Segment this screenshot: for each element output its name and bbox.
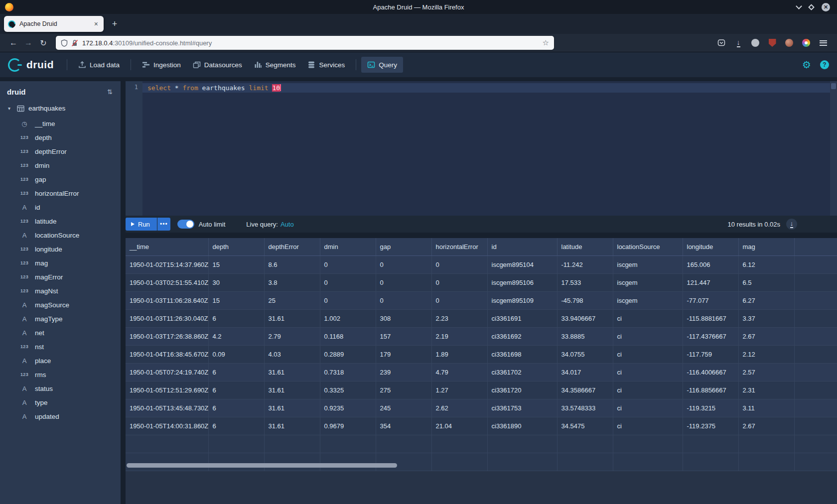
menu-icon[interactable] [818, 38, 828, 48]
ingestion-icon [142, 61, 150, 69]
nav-datasources[interactable]: Datasources [187, 57, 248, 73]
sidebar-column-magType[interactable]: AmagType [0, 312, 121, 326]
forward-button[interactable]: → [21, 36, 36, 50]
back-button[interactable]: ← [6, 36, 21, 50]
sidebar-column-magError[interactable]: 123magError [0, 270, 121, 284]
table-row[interactable]: 1950-01-03T17:26:38.860Z4.22.790.1168157… [126, 327, 837, 345]
downloads-icon[interactable]: ↓ [733, 38, 743, 48]
table-row[interactable]: 1950-01-03T02:51:55.410Z303.8000iscgem89… [126, 273, 837, 291]
number-type-icon: 123 [19, 288, 30, 293]
run-more-button[interactable]: ••• [157, 218, 170, 231]
sidebar-column-mag[interactable]: 123mag [0, 256, 121, 270]
nav-services[interactable]: Services [301, 57, 351, 73]
table-row[interactable]: 1950-01-02T15:14:37.960Z158.6000iscgem89… [126, 255, 837, 273]
column-header-longitude[interactable]: longitude [683, 238, 738, 255]
sidebar-column-gap[interactable]: 123gap [0, 172, 121, 186]
insecure-lock-icon[interactable] [71, 39, 78, 47]
window-close-icon[interactable]: ✕ [822, 3, 830, 11]
tab-apache-druid[interactable]: Apache Druid × [4, 16, 104, 32]
column-header-gap[interactable]: gap [376, 238, 431, 255]
window-maximize-icon[interactable] [808, 4, 815, 10]
table-cell: 0 [320, 291, 376, 309]
sidebar-column-depthError[interactable]: 123depthError [0, 144, 121, 158]
nav-ingestion[interactable]: Ingestion [136, 57, 187, 73]
datasource-earthquakes[interactable]: ▾ earthquakes [0, 102, 121, 115]
nav-load-data[interactable]: Load data [72, 57, 126, 73]
column-header-horizontalError[interactable]: horizontalError [431, 238, 487, 255]
table-cell: 275 [376, 381, 431, 399]
new-tab-button[interactable]: + [108, 17, 122, 31]
sql-editor[interactable]: 1 select * from earthquakes limit 10 [126, 81, 837, 216]
druid-brand[interactable]: druid [26, 59, 54, 71]
pinwheel-extension-icon[interactable] [801, 38, 811, 48]
sidebar-column-dmin[interactable]: 123dmin [0, 158, 121, 172]
nav-segments[interactable]: Segments [248, 57, 302, 73]
table-row[interactable]: 1950-01-05T07:24:19.740Z631.610.73182394… [126, 363, 837, 381]
editor-scrollbar[interactable] [830, 81, 837, 216]
table-cell: 2.19 [431, 327, 487, 345]
sidebar-column-depth[interactable]: 123depth [0, 130, 121, 144]
sidebar-column-rms[interactable]: 123rms [0, 368, 121, 381]
ublock-icon[interactable] [767, 38, 777, 48]
sidebar-column-nst[interactable]: 123nst [0, 340, 121, 354]
sidebar-column-magSource[interactable]: AmagSource [0, 298, 121, 312]
sidebar-column-status[interactable]: Astatus [0, 381, 121, 395]
nav-query[interactable]: Query [361, 57, 403, 73]
editor-scrollbar-thumb[interactable] [831, 83, 836, 89]
live-query-value[interactable]: Auto [280, 221, 294, 228]
url-text[interactable]: 172.18.0.4:30109/unified-console.html#qu… [82, 39, 539, 47]
sidebar-column-__time[interactable]: ◷__time [0, 117, 121, 130]
table-row[interactable]: 1950-01-04T16:38:45.670Z0.094.030.288917… [126, 345, 837, 363]
download-results-button[interactable]: ↓ [786, 219, 797, 230]
column-header-depthError[interactable]: depthError [264, 238, 320, 255]
schema-sidebar: druid ⇅ ▾ earthquakes ◷__time123depth123… [0, 81, 121, 504]
druid-logo-icon[interactable] [8, 58, 21, 72]
table-cell: 0 [431, 291, 487, 309]
table-row[interactable]: 1950-01-05T12:51:29.690Z631.610.33252751… [126, 381, 837, 399]
sidebar-column-id[interactable]: Aid [0, 200, 121, 214]
bookmark-star-icon[interactable]: ☆ [543, 38, 549, 47]
sidebar-column-type[interactable]: Atype [0, 395, 121, 409]
sidebar-column-magNst[interactable]: 123magNst [0, 284, 121, 298]
column-header-dmin[interactable]: dmin [320, 238, 376, 255]
sidebar-column-horizontalError[interactable]: 123horizontalError [0, 186, 121, 200]
table-cell: 33.5748333 [557, 399, 613, 417]
table-cell: iscgem895109 [487, 291, 557, 309]
schema-name[interactable]: druid [7, 88, 26, 96]
column-header-locationSource[interactable]: locationSource [613, 238, 683, 255]
pocket-icon[interactable] [716, 38, 726, 48]
column-header-depth[interactable]: depth [208, 238, 264, 255]
sql-code-line[interactable]: select * from earthquakes limit 10 [147, 83, 281, 93]
sidebar-column-latitude[interactable]: 123latitude [0, 214, 121, 228]
column-header-mag[interactable]: mag [738, 238, 794, 255]
window-minimize-icon[interactable] [796, 3, 802, 9]
column-header-id[interactable]: id [487, 238, 557, 255]
datasources-icon [193, 61, 201, 69]
run-button[interactable]: Run [126, 218, 157, 231]
url-bar[interactable]: 172.18.0.4:30109/unified-console.html#qu… [56, 36, 554, 50]
sidebar-column-net[interactable]: Anet [0, 326, 121, 340]
shield-icon[interactable] [61, 39, 68, 47]
schema-switch-icon[interactable]: ⇅ [107, 88, 113, 96]
sidebar-column-updated[interactable]: Aupdated [0, 409, 121, 423]
table-row[interactable]: 1950-01-05T14:00:31.860Z631.610.96793542… [126, 417, 837, 435]
account-extension-icon[interactable] [750, 38, 760, 48]
sidebar-column-longitude[interactable]: 123longitude [0, 242, 121, 256]
tab-close-icon[interactable]: × [93, 20, 100, 28]
horizontal-scrollbar-thumb[interactable] [127, 463, 397, 468]
auto-limit-toggle[interactable] [177, 220, 194, 229]
sidebar-column-locationSource[interactable]: AlocationSource [0, 228, 121, 242]
reload-button[interactable]: ↻ [36, 36, 51, 50]
profile-avatar-icon[interactable] [784, 38, 794, 48]
sidebar-column-place[interactable]: Aplace [0, 354, 121, 368]
table-row[interactable]: 1950-01-03T11:26:30.040Z631.611.0023082.… [126, 309, 837, 327]
editor-gutter: 1 [126, 81, 142, 216]
horizontal-scrollbar[interactable] [127, 462, 836, 469]
table-row[interactable]: 1950-01-03T11:06:28.640Z1525000iscgem895… [126, 291, 837, 309]
help-icon[interactable]: ? [820, 60, 829, 69]
table-row[interactable]: 1950-01-05T13:45:48.730Z631.610.92352452… [126, 399, 837, 417]
column-header-latitude[interactable]: latitude [557, 238, 613, 255]
chevron-down-icon[interactable]: ▾ [8, 106, 13, 111]
column-header-__time[interactable]: __time [126, 238, 208, 255]
settings-gear-icon[interactable]: ⚙ [802, 60, 811, 70]
